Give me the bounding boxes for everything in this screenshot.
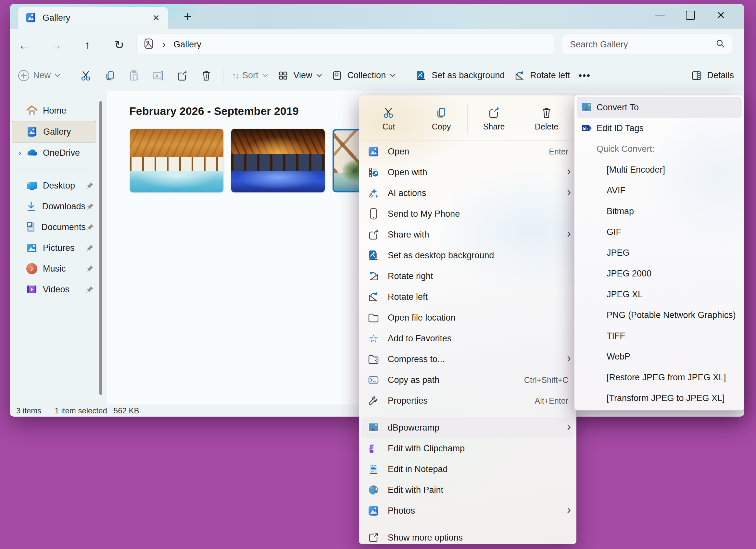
share-command[interactable]: Share — [468, 99, 520, 139]
more-options-button[interactable]: ••• — [578, 70, 591, 81]
new-tab-button[interactable]: + — [179, 8, 197, 25]
menu-item-share-with[interactable]: Share with › — [359, 224, 576, 245]
submenu-item-convert-to[interactable]: Convert To — [577, 97, 742, 118]
copy-command[interactable]: Copy — [415, 99, 468, 139]
search-icon — [715, 39, 726, 50]
submenu-item-jpeg-xl[interactable]: JPEG XL — [574, 284, 744, 305]
share-icon — [488, 106, 500, 119]
format-label: GIF — [607, 227, 621, 237]
menu-item-show-more-options[interactable]: Show more options — [359, 527, 576, 548]
submenu-item-avif[interactable]: AVIF — [574, 180, 744, 201]
cut-label: Cut — [383, 122, 395, 131]
menu-item-properties[interactable]: Properties Alt+Enter — [359, 390, 576, 411]
search-box[interactable] — [562, 34, 732, 55]
status-divider — [48, 407, 48, 415]
copy-button[interactable] — [104, 69, 117, 82]
details-button[interactable]: Details — [690, 69, 734, 82]
submenu-item-jpeg[interactable]: JPEG — [574, 243, 744, 263]
sidebar-item-onedrive[interactable]: › OneDrive — [10, 143, 98, 163]
rename-button[interactable]: A — [152, 69, 165, 82]
sidebar-item-documents[interactable]: Documents — [10, 217, 98, 238]
music-icon: ♪ — [25, 262, 38, 275]
photo-thumbnail-1[interactable] — [130, 129, 223, 193]
sidebar-item-music[interactable]: ♪ Music — [10, 258, 98, 279]
sidebar-item-home[interactable]: Home — [10, 100, 98, 121]
address-bar[interactable]: › Gallery — [136, 34, 554, 55]
close-button[interactable]: ✕ — [711, 6, 731, 24]
submenu-item-tiff[interactable]: TIFF — [574, 325, 744, 346]
submenu-item-bitmap[interactable]: Bitmap — [574, 201, 744, 222]
menu-item-send-to-phone[interactable]: Send to My Phone — [359, 204, 576, 224]
format-label: Bitmap — [607, 206, 634, 217]
navigation-pane: Home Gallery › — [10, 91, 98, 405]
submenu-item-webp[interactable]: WebP — [574, 346, 744, 367]
thumbnail-art — [130, 157, 223, 171]
sidebar-scrollbar[interactable] — [99, 101, 102, 395]
menu-item-copy-as-path[interactable]: Copy as path Ctrl+Shift+C — [359, 369, 576, 390]
tab-close-icon[interactable]: ✕ — [149, 11, 163, 25]
menu-item-rotate-left[interactable]: Rotate left — [359, 286, 576, 307]
submenu-item-png[interactable]: PNG (Potable Network Graphics) — [574, 305, 744, 325]
view-button[interactable]: View — [277, 69, 322, 82]
context-menu: Cut Copy Share Delete — [359, 95, 576, 544]
sidebar-item-desktop[interactable]: Desktop — [10, 175, 98, 196]
sidebar-item-gallery[interactable]: Gallery — [12, 121, 96, 143]
collection-button[interactable]: Collection — [331, 69, 396, 82]
menu-item-compress-to[interactable]: Compress to... › — [359, 349, 576, 369]
tab-gallery[interactable]: Gallery ✕ — [18, 7, 168, 29]
menu-item-edit-in-notepad[interactable]: Edit in Notepad — [359, 459, 576, 480]
submenu-item-gif[interactable]: GIF — [574, 222, 744, 243]
set-as-background-button[interactable]: Set as background — [415, 69, 505, 82]
menu-item-set-desktop-background[interactable]: Set as desktop background — [359, 245, 576, 266]
sidebar-item-downloads[interactable]: Downloads — [10, 196, 98, 217]
menu-item-dbpoweramp[interactable]: dBpoweramp › — [362, 417, 573, 438]
menu-item-label: Edit with Paint — [388, 485, 571, 495]
menu-item-open-file-location[interactable]: Open file location — [359, 307, 576, 328]
refresh-button[interactable]: ↻ — [110, 36, 129, 55]
menu-item-label: Photos — [388, 506, 562, 516]
menu-shortcut: Enter — [549, 147, 568, 156]
menu-item-open[interactable]: Open Enter — [359, 141, 576, 162]
sort-label: Sort — [242, 70, 258, 81]
breadcrumb-location[interactable]: Gallery — [173, 40, 201, 50]
rotate-left-button[interactable]: Rotate left — [513, 69, 570, 82]
plus-circle-icon — [18, 70, 29, 81]
menu-item-edit-with-clipchamp[interactable]: Edit with Clipchamp — [359, 438, 576, 459]
videos-icon — [25, 283, 38, 296]
submenu-item-multi-encoder[interactable]: [Multi Encoder] — [574, 159, 744, 180]
indent-spacer — [580, 226, 594, 239]
menu-item-label: Rotate right — [388, 271, 571, 281]
forward-button[interactable]: → — [47, 36, 66, 55]
new-button[interactable]: New — [18, 70, 60, 81]
submenu-item-transform-jpeg[interactable]: [Transform JPEG to JPEG XL] — [574, 388, 744, 408]
pin-icon — [85, 202, 95, 211]
share-button[interactable] — [176, 69, 189, 82]
menu-item-ai-actions[interactable]: AI actions › — [359, 183, 576, 204]
photo-thumbnail-2[interactable] — [231, 129, 325, 193]
menu-item-open-with[interactable]: Open with › — [359, 162, 576, 183]
cut-command[interactable]: Cut — [362, 99, 415, 139]
submenu-item-restore-jpeg[interactable]: [Restore JPEG from JPEG XL] — [574, 367, 744, 388]
submenu-item-jpeg-2000[interactable]: JPEG 2000 — [574, 263, 744, 284]
sidebar-item-videos[interactable]: Videos — [10, 279, 98, 300]
sidebar-separator — [15, 169, 93, 169]
cut-button[interactable] — [80, 69, 93, 82]
indent-spacer — [580, 350, 594, 363]
menu-item-rotate-right[interactable]: Rotate right — [359, 266, 576, 286]
minimize-button[interactable]: — — [650, 6, 670, 24]
sidebar-item-pictures[interactable]: Pictures — [10, 238, 98, 258]
submenu-item-edit-id-tags[interactable]: Edit ID Tags — [574, 118, 744, 139]
expand-chevron-icon[interactable]: › — [14, 148, 25, 157]
delete-command[interactable]: Delete — [520, 99, 573, 139]
maximize-button[interactable] — [681, 6, 700, 24]
up-button[interactable]: ↑ — [78, 36, 97, 55]
search-input[interactable] — [569, 39, 715, 50]
location-picture-icon — [143, 38, 154, 51]
back-button[interactable]: ← — [15, 36, 34, 55]
menu-item-edit-with-paint[interactable]: Edit with Paint — [359, 480, 576, 500]
delete-button[interactable] — [200, 69, 213, 82]
menu-item-add-to-favorites[interactable]: ☆ Add to Favorites — [359, 328, 576, 349]
paste-button[interactable] — [128, 69, 141, 82]
menu-item-photos[interactable]: Photos › — [359, 500, 576, 521]
sort-button[interactable]: ↑↓ Sort — [232, 70, 268, 81]
